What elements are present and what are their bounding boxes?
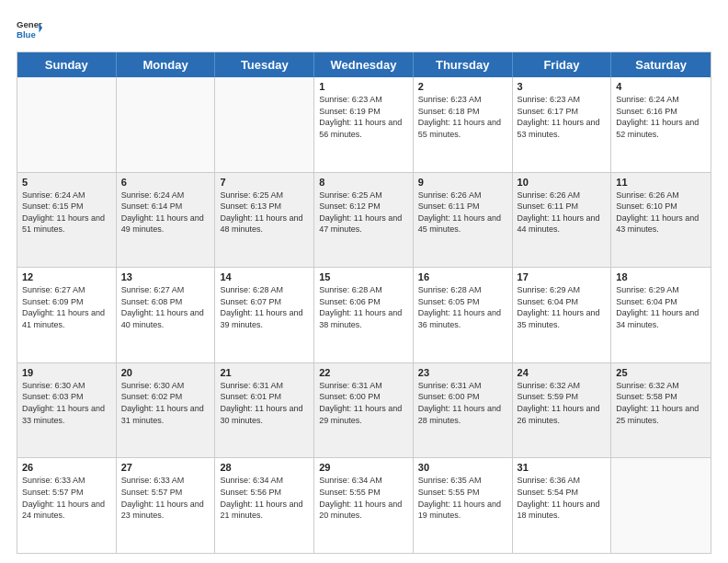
cell-info: Sunrise: 6:29 AM Sunset: 6:04 PM Dayligh…	[518, 284, 607, 330]
cell-info: Sunrise: 6:23 AM Sunset: 6:19 PM Dayligh…	[319, 94, 408, 140]
calendar: SundayMondayTuesdayWednesdayThursdayFrid…	[17, 52, 711, 554]
header-day-monday: Monday	[117, 52, 216, 77]
cell-info: Sunrise: 6:33 AM Sunset: 5:57 PM Dayligh…	[22, 475, 111, 521]
svg-text:General: General	[17, 19, 42, 29]
cell-info: Sunrise: 6:28 AM Sunset: 6:07 PM Dayligh…	[220, 284, 309, 330]
day-number: 25	[616, 367, 706, 378]
calendar-cell-27: 27Sunrise: 6:33 AM Sunset: 5:57 PM Dayli…	[117, 458, 216, 553]
day-number: 19	[22, 367, 111, 378]
cell-info: Sunrise: 6:23 AM Sunset: 6:17 PM Dayligh…	[518, 94, 607, 140]
day-number: 17	[518, 271, 607, 282]
calendar-cell-10: 10Sunrise: 6:26 AM Sunset: 6:11 PM Dayli…	[513, 173, 612, 268]
calendar-cell-22: 22Sunrise: 6:31 AM Sunset: 6:00 PM Dayli…	[314, 363, 414, 458]
calendar-cell-1: 1Sunrise: 6:23 AM Sunset: 6:19 PM Daylig…	[314, 77, 414, 172]
day-number: 1	[319, 81, 408, 92]
cell-info: Sunrise: 6:24 AM Sunset: 6:16 PM Dayligh…	[616, 94, 706, 140]
day-number: 22	[319, 367, 408, 378]
calendar-cell-6: 6Sunrise: 6:24 AM Sunset: 6:14 PM Daylig…	[117, 173, 216, 268]
cell-info: Sunrise: 6:30 AM Sunset: 6:02 PM Dayligh…	[121, 380, 210, 426]
day-number: 28	[220, 462, 309, 473]
cell-info: Sunrise: 6:31 AM Sunset: 6:00 PM Dayligh…	[418, 380, 507, 426]
cell-info: Sunrise: 6:33 AM Sunset: 5:57 PM Dayligh…	[121, 475, 210, 521]
calendar-cell-24: 24Sunrise: 6:32 AM Sunset: 5:59 PM Dayli…	[513, 363, 612, 458]
day-number: 26	[22, 462, 111, 473]
day-number: 23	[418, 367, 507, 378]
calendar-cell-28: 28Sunrise: 6:34 AM Sunset: 5:56 PM Dayli…	[215, 458, 314, 553]
day-number: 18	[616, 271, 706, 282]
calendar-week-5: 26Sunrise: 6:33 AM Sunset: 5:57 PM Dayli…	[17, 457, 711, 553]
cell-info: Sunrise: 6:35 AM Sunset: 5:55 PM Dayligh…	[418, 475, 507, 521]
day-number: 6	[121, 177, 210, 188]
page-header: General Blue	[17, 17, 711, 42]
calendar-header: SundayMondayTuesdayWednesdayThursdayFrid…	[17, 52, 711, 77]
cell-info: Sunrise: 6:30 AM Sunset: 6:03 PM Dayligh…	[22, 380, 111, 426]
calendar-cell-20: 20Sunrise: 6:30 AM Sunset: 6:02 PM Dayli…	[117, 363, 216, 458]
calendar-cell-15: 15Sunrise: 6:28 AM Sunset: 6:06 PM Dayli…	[314, 268, 414, 362]
calendar-cell-16: 16Sunrise: 6:28 AM Sunset: 6:05 PM Dayli…	[414, 268, 513, 362]
day-number: 29	[319, 462, 408, 473]
header-day-saturday: Saturday	[611, 52, 711, 77]
day-number: 24	[518, 367, 607, 378]
cell-info: Sunrise: 6:28 AM Sunset: 6:06 PM Dayligh…	[319, 284, 408, 330]
logo: General Blue	[17, 17, 42, 42]
calendar-cell-8: 8Sunrise: 6:25 AM Sunset: 6:12 PM Daylig…	[314, 173, 414, 268]
calendar-cell-17: 17Sunrise: 6:29 AM Sunset: 6:04 PM Dayli…	[513, 268, 612, 362]
calendar-body: 1Sunrise: 6:23 AM Sunset: 6:19 PM Daylig…	[17, 77, 711, 553]
day-number: 31	[518, 462, 607, 473]
svg-text:Blue: Blue	[17, 29, 36, 40]
calendar-cell-13: 13Sunrise: 6:27 AM Sunset: 6:08 PM Dayli…	[117, 268, 216, 362]
day-number: 10	[518, 177, 607, 188]
calendar-cell-26: 26Sunrise: 6:33 AM Sunset: 5:57 PM Dayli…	[17, 458, 117, 553]
calendar-week-4: 19Sunrise: 6:30 AM Sunset: 6:03 PM Dayli…	[17, 362, 711, 458]
cell-info: Sunrise: 6:24 AM Sunset: 6:14 PM Dayligh…	[121, 190, 210, 236]
day-number: 8	[319, 177, 408, 188]
cell-info: Sunrise: 6:25 AM Sunset: 6:13 PM Dayligh…	[220, 190, 309, 236]
calendar-cell-9: 9Sunrise: 6:26 AM Sunset: 6:11 PM Daylig…	[414, 173, 513, 268]
cell-info: Sunrise: 6:27 AM Sunset: 6:08 PM Dayligh…	[121, 284, 210, 330]
cell-info: Sunrise: 6:34 AM Sunset: 5:56 PM Dayligh…	[220, 475, 309, 521]
calendar-cell-5: 5Sunrise: 6:24 AM Sunset: 6:15 PM Daylig…	[17, 173, 117, 268]
cell-info: Sunrise: 6:27 AM Sunset: 6:09 PM Dayligh…	[22, 284, 111, 330]
day-number: 15	[319, 271, 408, 282]
calendar-cell-14: 14Sunrise: 6:28 AM Sunset: 6:07 PM Dayli…	[215, 268, 314, 362]
calendar-cell-18: 18Sunrise: 6:29 AM Sunset: 6:04 PM Dayli…	[611, 268, 711, 362]
day-number: 13	[121, 271, 210, 282]
cell-info: Sunrise: 6:28 AM Sunset: 6:05 PM Dayligh…	[418, 284, 507, 330]
header-day-friday: Friday	[513, 52, 612, 77]
day-number: 5	[22, 177, 111, 188]
header-day-wednesday: Wednesday	[314, 52, 414, 77]
calendar-cell-21: 21Sunrise: 6:31 AM Sunset: 6:01 PM Dayli…	[215, 363, 314, 458]
calendar-cell-2: 2Sunrise: 6:23 AM Sunset: 6:18 PM Daylig…	[414, 77, 513, 172]
cell-info: Sunrise: 6:31 AM Sunset: 6:00 PM Dayligh…	[319, 380, 408, 426]
day-number: 3	[518, 81, 607, 92]
day-number: 4	[616, 81, 706, 92]
header-day-sunday: Sunday	[17, 52, 117, 77]
calendar-cell-empty-0	[17, 77, 117, 172]
calendar-cell-23: 23Sunrise: 6:31 AM Sunset: 6:00 PM Dayli…	[414, 363, 513, 458]
calendar-cell-30: 30Sunrise: 6:35 AM Sunset: 5:55 PM Dayli…	[414, 458, 513, 553]
cell-info: Sunrise: 6:23 AM Sunset: 6:18 PM Dayligh…	[418, 94, 507, 140]
calendar-cell-11: 11Sunrise: 6:26 AM Sunset: 6:10 PM Dayli…	[611, 173, 711, 268]
day-number: 9	[418, 177, 507, 188]
cell-info: Sunrise: 6:29 AM Sunset: 6:04 PM Dayligh…	[616, 284, 706, 330]
calendar-cell-29: 29Sunrise: 6:34 AM Sunset: 5:55 PM Dayli…	[314, 458, 414, 553]
cell-info: Sunrise: 6:25 AM Sunset: 6:12 PM Dayligh…	[319, 190, 408, 236]
day-number: 20	[121, 367, 210, 378]
calendar-cell-4: 4Sunrise: 6:24 AM Sunset: 6:16 PM Daylig…	[611, 77, 711, 172]
day-number: 16	[418, 271, 507, 282]
calendar-cell-19: 19Sunrise: 6:30 AM Sunset: 6:03 PM Dayli…	[17, 363, 117, 458]
day-number: 27	[121, 462, 210, 473]
calendar-week-3: 12Sunrise: 6:27 AM Sunset: 6:09 PM Dayli…	[17, 267, 711, 362]
calendar-cell-empty-2	[215, 77, 314, 172]
calendar-cell-3: 3Sunrise: 6:23 AM Sunset: 6:17 PM Daylig…	[513, 77, 612, 172]
cell-info: Sunrise: 6:34 AM Sunset: 5:55 PM Dayligh…	[319, 475, 408, 521]
header-day-thursday: Thursday	[414, 52, 513, 77]
header-day-tuesday: Tuesday	[215, 52, 314, 77]
day-number: 30	[418, 462, 507, 473]
day-number: 11	[616, 177, 706, 188]
logo-icon: General Blue	[17, 17, 42, 42]
cell-info: Sunrise: 6:31 AM Sunset: 6:01 PM Dayligh…	[220, 380, 309, 426]
calendar-cell-31: 31Sunrise: 6:36 AM Sunset: 5:54 PM Dayli…	[513, 458, 612, 553]
cell-info: Sunrise: 6:36 AM Sunset: 5:54 PM Dayligh…	[518, 475, 607, 521]
cell-info: Sunrise: 6:32 AM Sunset: 5:58 PM Dayligh…	[616, 380, 706, 426]
